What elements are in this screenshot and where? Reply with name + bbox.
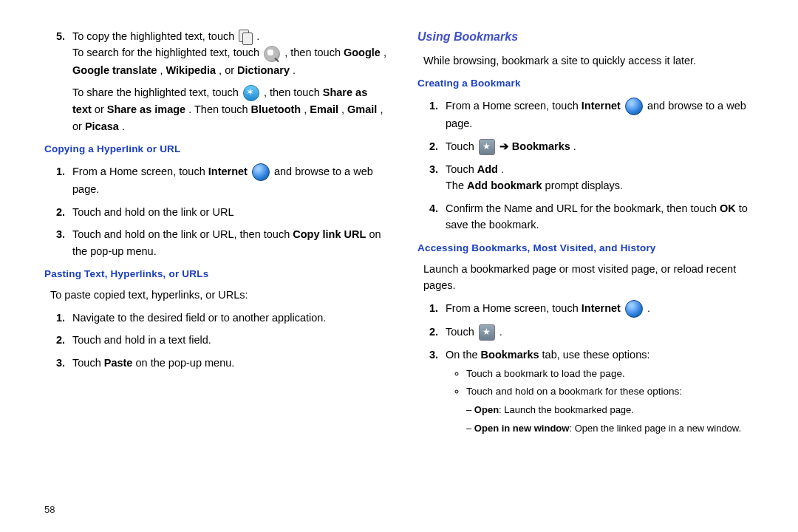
text: . <box>122 120 125 132</box>
globe-icon <box>625 300 643 318</box>
options-bullets: Touch a bookmark to load the page. Touch… <box>453 366 761 436</box>
text-bold: Add bookmark <box>467 180 542 191</box>
pasting-steps: 1. Navigate to the desired field or to a… <box>44 310 388 371</box>
text: , <box>383 47 386 58</box>
step-number: 5. <box>44 28 72 44</box>
text-bold: Google translate <box>72 64 157 76</box>
text: Confirm the Name and URL for the bookmar… <box>446 202 720 214</box>
text-bold: Bluetooth <box>251 103 301 115</box>
dash-item: Open in new window: Open the linked page… <box>466 421 761 436</box>
globe-icon <box>252 163 270 181</box>
text: The <box>446 180 467 191</box>
text-bold: Internet <box>582 100 621 112</box>
step-number: 1. <box>417 300 446 316</box>
text-bold: Bookmarks <box>481 349 539 361</box>
share-icon <box>243 85 259 101</box>
text-bold: Paste <box>104 357 133 369</box>
text: Touch <box>72 357 104 369</box>
text: prompt displays. <box>545 180 624 191</box>
subhead-accessing: Accessing Bookmarks, Most Visited, and H… <box>417 241 761 256</box>
arrow-icon: ➔ <box>499 140 512 152</box>
step-body: Touch and hold on the link or URL <box>72 204 388 220</box>
step-number: 2. <box>44 204 72 220</box>
text: To share the highlighted text, touch <box>72 86 242 98</box>
text: . <box>499 326 502 338</box>
text-bold: Gmail <box>347 103 377 115</box>
text: , then touch <box>264 86 323 98</box>
text-bold: Open <box>474 404 499 415</box>
step-number: 3. <box>44 355 72 371</box>
accessing-steps: 1. From a Home screen, touch Internet . … <box>417 300 761 439</box>
copy-icon <box>239 30 252 44</box>
step-number: 2. <box>44 332 72 348</box>
text: . <box>573 140 576 152</box>
text: . <box>501 163 504 175</box>
text-bold: Bookmarks <box>512 140 570 152</box>
text: Touch <box>446 326 477 338</box>
step-body: Navigate to the desired field or to anot… <box>72 310 388 326</box>
step-body: Touch Paste on the pop-up menu. <box>72 355 388 371</box>
access-intro: Launch a bookmarked page or most visited… <box>423 261 761 294</box>
text: , <box>160 64 166 76</box>
text-bold: Wikipedia <box>166 64 216 76</box>
text-bold: Email <box>310 103 338 115</box>
manual-page: 5. To copy the highlighted text, touch .… <box>0 0 798 495</box>
step-number: 3. <box>417 161 446 177</box>
text-bold: Internet <box>582 302 621 314</box>
step-body: From a Home screen, touch Internet and b… <box>72 163 388 198</box>
step-body: Touch and hold in a text field. <box>72 332 388 348</box>
step-body: Confirm the Name and URL for the bookmar… <box>446 200 761 233</box>
text-bold: Open in new window <box>474 423 570 434</box>
text-bold: OK <box>720 202 736 214</box>
share-paragraph: To share the highlighted text, touch , t… <box>72 84 388 134</box>
text-bold: Add <box>477 163 498 175</box>
bullet-item: Touch and hold on a bookmark for these o… <box>466 384 761 435</box>
step-number: 3. <box>44 226 72 242</box>
text-bold: Picasa <box>85 120 119 132</box>
left-column: 5. To copy the highlighted text, touch .… <box>44 22 388 480</box>
text: on the pop-up menu. <box>135 357 234 369</box>
text: tab, use these options: <box>542 349 650 361</box>
text: . <box>647 302 650 314</box>
text: , <box>341 103 347 115</box>
right-column: Using Bookmarks While browsing, bookmark… <box>417 22 761 480</box>
text: Touch <box>446 163 477 175</box>
text: Touch and hold on a bookmark for these o… <box>466 386 682 397</box>
globe-icon <box>625 98 643 115</box>
text: . Then touch <box>188 103 250 115</box>
creating-steps: 1. From a Home screen, touch Internet an… <box>417 98 761 233</box>
step-body: To copy the highlighted text, touch . To… <box>72 28 388 78</box>
text: , or <box>219 64 237 76</box>
paste-intro: To paste copied text, hyperlinks, or URL… <box>50 287 388 303</box>
step-number: 1. <box>44 310 72 326</box>
text-bold: Internet <box>208 166 248 177</box>
text-bold: Dictionary <box>237 64 290 76</box>
text-bold: Share as image <box>107 103 185 115</box>
bookmark-icon <box>479 324 495 341</box>
page-number: 58 <box>44 502 55 517</box>
step-number: 2. <box>417 138 446 154</box>
text: : Launch the bookmarked page. <box>499 404 634 415</box>
text: To copy the highlighted text, touch <box>72 30 237 42</box>
text: From a Home screen, touch <box>446 100 582 112</box>
subhead-copying: Copying a Hyperlink or URL <box>44 142 388 157</box>
copying-steps: 1. From a Home screen, touch Internet an… <box>44 163 388 259</box>
step-body: On the Bookmarks tab, use these options:… <box>446 347 761 439</box>
text: , then touch <box>284 47 344 58</box>
options-dashes: Open: Launch the bookmarked page. Open i… <box>466 403 761 435</box>
text: . <box>293 64 296 76</box>
bookmark-icon <box>479 139 495 155</box>
step-body: From a Home screen, touch Internet and b… <box>446 98 761 132</box>
text: From a Home screen, touch <box>446 302 582 314</box>
step-5-block: 5. To copy the highlighted text, touch .… <box>44 28 388 78</box>
text: Touch <box>446 140 477 152</box>
step-number: 4. <box>417 200 446 216</box>
text: : Open the linked page in a new window. <box>569 423 741 434</box>
step-body: Touch . <box>446 324 761 341</box>
text: To search for the highlighted text, touc… <box>72 47 262 58</box>
subhead-creating: Creating a Bookmark <box>417 76 761 92</box>
text-bold: Google <box>344 47 381 58</box>
step-number: 3. <box>417 347 446 363</box>
text: or <box>95 103 107 115</box>
text: From a Home screen, touch <box>72 166 208 177</box>
